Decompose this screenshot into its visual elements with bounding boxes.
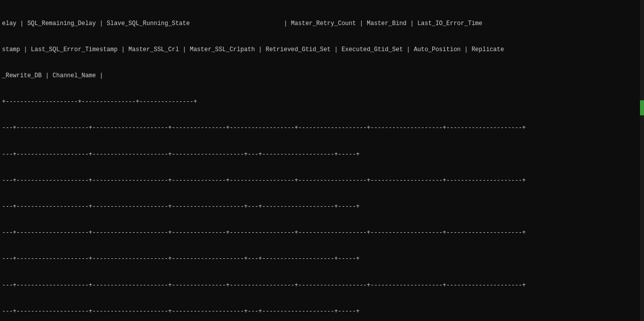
line-2: stamp | Last_SQL_Error_Timestamp | Maste… xyxy=(0,46,644,54)
scrollbar-thumb[interactable] xyxy=(640,100,644,115)
line-1: elay | SQL_Remaining_Delay | Slave_SQL_R… xyxy=(0,20,644,28)
line-11: ---+--------------------+---------------… xyxy=(0,281,644,290)
line-6: ---+--------------------+---------------… xyxy=(0,150,644,159)
line-8: ---+--------------------+---------------… xyxy=(0,203,644,211)
line-7: ---+--------------------+---------------… xyxy=(0,177,644,185)
line-4: +--------------------+---------------+--… xyxy=(0,98,644,106)
scrollbar[interactable] xyxy=(640,0,644,321)
line-9: ---+--------------------+---------------… xyxy=(0,229,644,237)
terminal-output: elay | SQL_Remaining_Delay | Slave_SQL_R… xyxy=(0,0,644,321)
line-3: _Rewrite_DB | Channel_Name | xyxy=(0,72,644,80)
line-10: ---+--------------------+---------------… xyxy=(0,255,644,263)
line-5: ---+--------------------+---------------… xyxy=(0,124,644,132)
line-12: ---+--------------------+---------------… xyxy=(0,307,644,316)
